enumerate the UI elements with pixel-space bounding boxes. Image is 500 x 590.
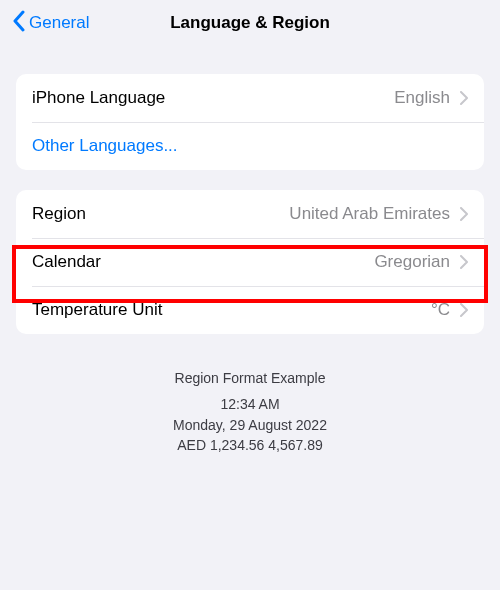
row-label: iPhone Language: [32, 88, 165, 108]
footer-time: 12:34 AM: [0, 394, 500, 414]
region-group: Region United Arab Emirates Calendar Gre…: [16, 190, 484, 334]
row-label: Other Languages...: [32, 136, 178, 156]
row-value: English: [394, 88, 450, 108]
header: General Language & Region: [0, 0, 500, 52]
row-label: Calendar: [32, 252, 101, 272]
back-button[interactable]: General: [12, 10, 89, 37]
chevron-right-icon: [460, 91, 468, 105]
footer-date: Monday, 29 August 2022: [0, 415, 500, 435]
chevron-left-icon: [12, 10, 25, 37]
other-languages-row[interactable]: Other Languages...: [16, 122, 484, 170]
row-value: Gregorian: [374, 252, 450, 272]
chevron-right-icon: [460, 207, 468, 221]
row-value-wrap: Gregorian: [374, 252, 468, 272]
region-row[interactable]: Region United Arab Emirates: [16, 190, 484, 238]
back-label: General: [29, 13, 89, 33]
footer-numbers: AED 1,234.56 4,567.89: [0, 435, 500, 455]
iphone-language-row[interactable]: iPhone Language English: [16, 74, 484, 122]
language-group: iPhone Language English Other Languages.…: [16, 74, 484, 170]
chevron-right-icon: [460, 255, 468, 269]
row-label: Region: [32, 204, 86, 224]
row-value: United Arab Emirates: [289, 204, 450, 224]
row-value-wrap: English: [394, 88, 468, 108]
row-value: °C: [431, 300, 450, 320]
chevron-right-icon: [460, 303, 468, 317]
calendar-row[interactable]: Calendar Gregorian: [16, 238, 484, 286]
row-label: Temperature Unit: [32, 300, 162, 320]
temperature-unit-row[interactable]: Temperature Unit °C: [16, 286, 484, 334]
row-value-wrap: United Arab Emirates: [289, 204, 468, 224]
row-value-wrap: °C: [431, 300, 468, 320]
region-format-example: Region Format Example 12:34 AM Monday, 2…: [0, 368, 500, 455]
footer-heading: Region Format Example: [0, 368, 500, 388]
